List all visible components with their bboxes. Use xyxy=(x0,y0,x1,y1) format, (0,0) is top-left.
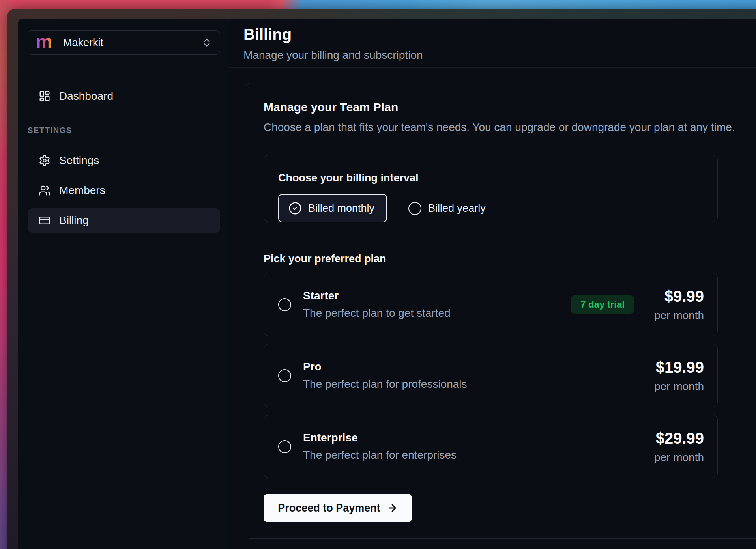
sidebar-nav: Dashboard SETTINGS Settings xyxy=(28,84,220,233)
sidebar-item-label: Billing xyxy=(59,214,89,227)
plan-pricing: 7 day trial $9.99 per month xyxy=(571,288,704,322)
sidebar-item-label: Members xyxy=(59,184,105,197)
sidebar-item-settings[interactable]: Settings xyxy=(28,148,220,173)
layout-dashboard-icon xyxy=(39,90,51,102)
plan-info: Pro The perfect plan for professionals xyxy=(303,360,467,390)
price-column: $9.99 per month xyxy=(651,288,704,322)
price-column: $19.99 per month xyxy=(651,359,704,393)
billing-interval-label: Choose your billing interval xyxy=(278,172,703,184)
billed-monthly-option[interactable]: Billed monthly xyxy=(278,194,387,222)
billing-interval-options: Billed monthly Billed yearly xyxy=(278,194,703,222)
chevrons-up-down-icon xyxy=(202,37,212,48)
app-surface: m Makerkit Dashboard xyxy=(18,19,756,549)
plan-row-starter[interactable]: Starter The perfect plan to get started … xyxy=(264,273,718,336)
price-column: $29.99 per month xyxy=(651,429,704,464)
window-top-edge xyxy=(7,9,756,19)
team-plan-card: Manage your Team Plan Choose a plan that… xyxy=(245,83,756,539)
billed-monthly-label: Billed monthly xyxy=(308,202,374,215)
arrow-right-icon xyxy=(387,502,398,514)
radio-circle-icon[interactable] xyxy=(278,369,291,382)
plan-name: Starter xyxy=(303,289,451,302)
plan-price: $19.99 xyxy=(651,359,704,376)
sidebar-item-label: Dashboard xyxy=(59,90,113,103)
sidebar-item-members[interactable]: Members xyxy=(28,178,220,203)
sidebar-item-dashboard[interactable]: Dashboard xyxy=(28,84,220,108)
credit-card-icon xyxy=(39,215,51,226)
plan-description: The perfect plan for enterprises xyxy=(303,449,457,461)
workspace-selector[interactable]: m Makerkit xyxy=(28,30,220,55)
radio-circle-icon[interactable] xyxy=(278,298,291,311)
plan-info: Enterprise The perfect plan for enterpri… xyxy=(303,431,457,461)
proceed-to-payment-button[interactable]: Proceed to Payment xyxy=(264,494,412,522)
plan-pricing: $19.99 per month xyxy=(651,359,704,393)
sidebar-item-label: Settings xyxy=(59,154,99,167)
plans-section-label: Pick your preferred plan xyxy=(264,253,756,265)
plan-period: per month xyxy=(651,309,704,322)
plan-description: The perfect plan for professionals xyxy=(303,378,467,390)
card-title: Manage your Team Plan xyxy=(264,101,756,114)
sidebar-item-billing[interactable]: Billing xyxy=(28,208,220,233)
radio-circle-icon[interactable] xyxy=(278,440,291,453)
plan-pricing: $29.99 per month xyxy=(651,429,704,464)
plan-period: per month xyxy=(651,380,704,393)
users-icon xyxy=(39,185,51,196)
plan-name: Enterprise xyxy=(303,431,457,444)
app-window: m Makerkit Dashboard xyxy=(7,9,756,549)
page-header: Billing Manage your billing and subscrip… xyxy=(230,19,756,68)
plan-period: per month xyxy=(651,451,704,464)
proceed-to-payment-label: Proceed to Payment xyxy=(278,502,380,514)
makerkit-logo: m xyxy=(36,32,52,50)
plan-info: Starter The perfect plan to get started xyxy=(303,289,451,319)
plan-row-pro[interactable]: Pro The perfect plan for professionals $… xyxy=(264,344,718,407)
billed-yearly-label: Billed yearly xyxy=(428,202,486,215)
gear-icon xyxy=(39,155,51,166)
radio-circle-icon xyxy=(408,202,421,215)
card-description: Choose a plan that fits your team's need… xyxy=(264,121,756,134)
plan-name: Pro xyxy=(303,360,467,373)
plan-row-enterprise[interactable]: Enterprise The perfect plan for enterpri… xyxy=(264,415,718,478)
sidebar-section-label: SETTINGS xyxy=(28,126,220,135)
page-title: Billing xyxy=(243,26,756,43)
sidebar: m Makerkit Dashboard xyxy=(18,19,230,549)
page-subtitle: Manage your billing and subscription xyxy=(243,49,756,62)
workspace-name: Makerkit xyxy=(63,37,103,49)
plan-description: The perfect plan to get started xyxy=(303,307,451,319)
plan-price: $29.99 xyxy=(651,429,704,447)
plan-price: $9.99 xyxy=(651,288,704,305)
main-content: Billing Manage your billing and subscrip… xyxy=(230,19,756,549)
check-circle-icon xyxy=(288,202,302,215)
trial-badge: 7 day trial xyxy=(571,295,634,314)
billed-yearly-option[interactable]: Billed yearly xyxy=(408,202,486,215)
billing-interval-group: Choose your billing interval Billed mont… xyxy=(264,155,718,222)
